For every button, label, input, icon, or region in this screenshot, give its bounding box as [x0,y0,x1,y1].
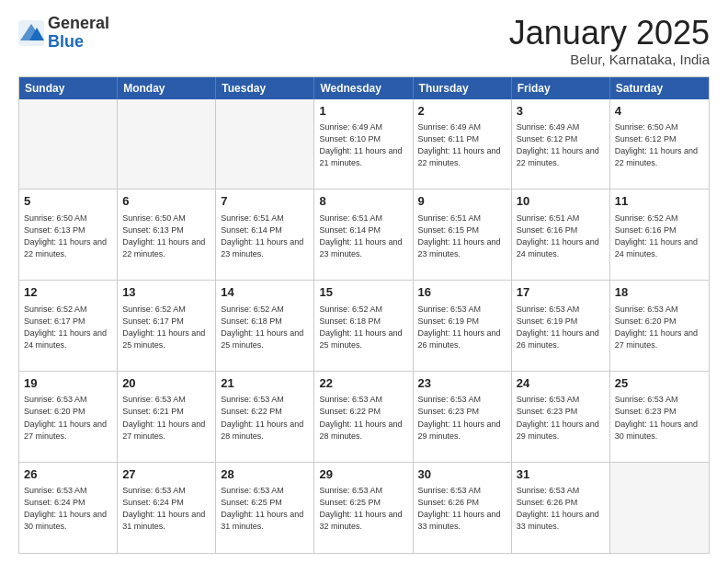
day-number: 17 [517,284,605,301]
cell-info: Sunrise: 6:51 AMSunset: 6:14 PMDaylight:… [221,213,309,260]
cell-info: Sunrise: 6:52 AMSunset: 6:18 PMDaylight:… [319,304,407,351]
day-number: 7 [221,193,309,210]
cell-info: Sunrise: 6:51 AMSunset: 6:15 PMDaylight:… [418,213,506,260]
day-number: 26 [24,466,112,483]
cell-info: Sunrise: 6:52 AMSunset: 6:17 PMDaylight:… [122,304,210,351]
cell-info: Sunrise: 6:50 AMSunset: 6:12 PMDaylight:… [615,121,704,169]
day-number: 25 [615,375,704,392]
calendar-cell: 8Sunrise: 6:51 AMSunset: 6:14 PMDaylight… [314,190,413,280]
cell-info: Sunrise: 6:53 AMSunset: 6:26 PMDaylight:… [418,485,506,533]
header: General Blue January 2025 Belur, Karnata… [18,15,710,67]
calendar-cell: 16Sunrise: 6:53 AMSunset: 6:19 PMDayligh… [414,281,512,371]
cell-info: Sunrise: 6:49 AMSunset: 6:12 PMDaylight:… [517,121,605,169]
calendar-cell: 18Sunrise: 6:53 AMSunset: 6:20 PMDayligh… [610,281,709,371]
cell-info: Sunrise: 6:53 AMSunset: 6:25 PMDaylight:… [319,485,407,533]
day-number: 30 [418,466,506,483]
calendar-cell: 11Sunrise: 6:52 AMSunset: 6:16 PMDayligh… [610,190,709,280]
calendar-page: General Blue January 2025 Belur, Karnata… [0,0,728,563]
calendar-cell [118,99,216,190]
day-number: 24 [517,375,605,392]
header-cell-tuesday: Tuesday [216,77,314,99]
day-number: 28 [221,466,309,483]
cell-info: Sunrise: 6:52 AMSunset: 6:17 PMDaylight:… [24,304,112,351]
calendar-cell: 7Sunrise: 6:51 AMSunset: 6:14 PMDaylight… [216,190,314,280]
cell-info: Sunrise: 6:53 AMSunset: 6:19 PMDaylight:… [418,304,506,351]
calendar-cell: 28Sunrise: 6:53 AMSunset: 6:25 PMDayligh… [216,463,314,553]
cell-info: Sunrise: 6:52 AMSunset: 6:16 PMDaylight:… [615,213,704,260]
cell-info: Sunrise: 6:53 AMSunset: 6:24 PMDaylight:… [122,485,210,533]
calendar: SundayMondayTuesdayWednesdayThursdayFrid… [18,76,710,554]
day-number: 22 [319,375,407,392]
day-number: 29 [319,466,407,483]
cell-info: Sunrise: 6:53 AMSunset: 6:23 PMDaylight:… [517,394,605,442]
calendar-cell: 17Sunrise: 6:53 AMSunset: 6:19 PMDayligh… [512,281,610,371]
day-number: 18 [615,284,704,301]
day-number: 20 [122,375,210,392]
calendar-cell: 10Sunrise: 6:51 AMSunset: 6:16 PMDayligh… [512,190,610,280]
cell-info: Sunrise: 6:53 AMSunset: 6:26 PMDaylight:… [517,485,605,533]
calendar-row-3: 12Sunrise: 6:52 AMSunset: 6:17 PMDayligh… [19,281,709,372]
calendar-cell: 21Sunrise: 6:53 AMSunset: 6:22 PMDayligh… [216,372,314,462]
day-number: 1 [319,103,407,120]
calendar-cell: 20Sunrise: 6:53 AMSunset: 6:21 PMDayligh… [118,372,216,462]
calendar-cell: 23Sunrise: 6:53 AMSunset: 6:23 PMDayligh… [414,372,512,462]
cell-info: Sunrise: 6:53 AMSunset: 6:20 PMDaylight:… [24,394,112,442]
calendar-cell: 29Sunrise: 6:53 AMSunset: 6:25 PMDayligh… [314,463,413,553]
calendar-cell: 9Sunrise: 6:51 AMSunset: 6:15 PMDaylight… [414,190,512,280]
cell-info: Sunrise: 6:53 AMSunset: 6:19 PMDaylight:… [517,304,605,351]
header-cell-friday: Friday [512,77,610,99]
cell-info: Sunrise: 6:51 AMSunset: 6:16 PMDaylight:… [517,213,605,260]
day-number: 10 [517,193,605,210]
location: Belur, Karnataka, India [509,52,710,67]
logo-icon [18,20,44,46]
header-cell-monday: Monday [118,77,216,99]
header-cell-wednesday: Wednesday [314,77,413,99]
cell-info: Sunrise: 6:53 AMSunset: 6:23 PMDaylight:… [615,394,704,442]
calendar-cell: 6Sunrise: 6:50 AMSunset: 6:13 PMDaylight… [118,190,216,280]
calendar-cell: 24Sunrise: 6:53 AMSunset: 6:23 PMDayligh… [512,372,610,462]
day-number: 19 [24,375,112,392]
day-number: 31 [517,466,605,483]
cell-info: Sunrise: 6:49 AMSunset: 6:10 PMDaylight:… [319,121,407,169]
day-number: 6 [122,193,210,210]
calendar-header: SundayMondayTuesdayWednesdayThursdayFrid… [19,77,709,99]
cell-info: Sunrise: 6:52 AMSunset: 6:18 PMDaylight:… [221,304,309,351]
calendar-cell: 22Sunrise: 6:53 AMSunset: 6:22 PMDayligh… [314,372,413,462]
header-cell-thursday: Thursday [414,77,512,99]
day-number: 13 [122,284,210,301]
cell-info: Sunrise: 6:49 AMSunset: 6:11 PMDaylight:… [418,121,506,169]
day-number: 14 [221,284,309,301]
calendar-cell: 3Sunrise: 6:49 AMSunset: 6:12 PMDaylight… [512,99,610,190]
calendar-cell: 27Sunrise: 6:53 AMSunset: 6:24 PMDayligh… [118,463,216,553]
calendar-cell: 26Sunrise: 6:53 AMSunset: 6:24 PMDayligh… [19,463,118,553]
day-number: 4 [615,103,704,120]
logo-general: General [48,15,109,33]
month-title: January 2025 [509,15,710,52]
logo-text: General Blue [48,15,109,52]
header-cell-saturday: Saturday [610,77,709,99]
cell-info: Sunrise: 6:53 AMSunset: 6:25 PMDaylight:… [221,485,309,533]
cell-info: Sunrise: 6:53 AMSunset: 6:20 PMDaylight:… [615,304,704,351]
cell-info: Sunrise: 6:50 AMSunset: 6:13 PMDaylight:… [24,213,112,260]
day-number: 16 [418,284,506,301]
calendar-cell [19,99,118,190]
cell-info: Sunrise: 6:53 AMSunset: 6:22 PMDaylight:… [319,394,407,442]
calendar-row-4: 19Sunrise: 6:53 AMSunset: 6:20 PMDayligh… [19,372,709,463]
calendar-cell: 25Sunrise: 6:53 AMSunset: 6:23 PMDayligh… [610,372,709,462]
cell-info: Sunrise: 6:50 AMSunset: 6:13 PMDaylight:… [122,213,210,260]
calendar-cell: 12Sunrise: 6:52 AMSunset: 6:17 PMDayligh… [19,281,118,371]
day-number: 23 [418,375,506,392]
logo: General Blue [18,15,109,52]
calendar-cell [216,99,314,190]
header-cell-sunday: Sunday [19,77,118,99]
calendar-cell: 5Sunrise: 6:50 AMSunset: 6:13 PMDaylight… [19,190,118,280]
day-number: 15 [319,284,407,301]
calendar-row-2: 5Sunrise: 6:50 AMSunset: 6:13 PMDaylight… [19,190,709,281]
calendar-cell: 19Sunrise: 6:53 AMSunset: 6:20 PMDayligh… [19,372,118,462]
day-number: 11 [615,193,704,210]
calendar-cell: 30Sunrise: 6:53 AMSunset: 6:26 PMDayligh… [414,463,512,553]
calendar-row-1: 1Sunrise: 6:49 AMSunset: 6:10 PMDaylight… [19,99,709,190]
calendar-cell: 2Sunrise: 6:49 AMSunset: 6:11 PMDaylight… [414,99,512,190]
cell-info: Sunrise: 6:53 AMSunset: 6:24 PMDaylight:… [24,485,112,533]
title-block: January 2025 Belur, Karnataka, India [509,15,710,67]
